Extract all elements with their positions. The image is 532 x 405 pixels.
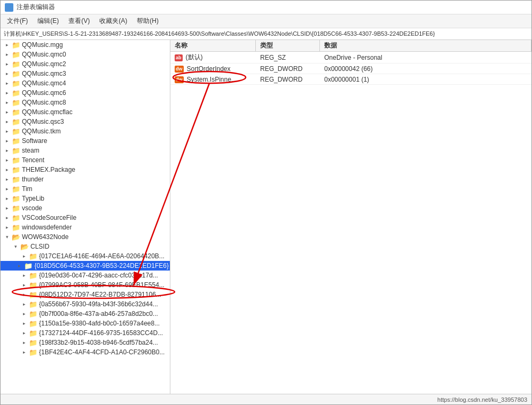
tree-item-clsid9[interactable]: ▸📁{17327124-44DF-4166-9735-16583CC4D... [1, 328, 170, 338]
app-icon [5, 3, 13, 12]
expand-btn[interactable]: ▸ [21, 339, 27, 346]
tree-item-qqmusic-mgg[interactable]: ▸📁QQMusic.mgg [1, 40, 170, 50]
tree-item-qqmusic-qmc8[interactable]: ▸📁QQMusic.qmc8 [1, 98, 170, 107]
tree-item-clsid3[interactable]: ▸📁{019e0d36-0c47-4296-aacc-cfc031c17d... [1, 271, 170, 280]
col-header-type[interactable]: 类型 [256, 40, 320, 51]
tree-item-clsid11[interactable]: ▸📁{1BF42E4C-4AF4-4CFD-A1A0-CF2960B0... [1, 347, 170, 357]
expand-btn[interactable]: ▸ [4, 42, 10, 48]
expand-btn[interactable]: ▸ [4, 138, 10, 144]
tree-item-clsid5[interactable]: ▸📁{08D512D2-7D97-4E22-B7DB-82791106... [1, 290, 170, 299]
expand-btn[interactable]: ▸ [4, 176, 10, 182]
expand-btn[interactable]: ▸ [4, 224, 10, 231]
tree-item-windowsdefender[interactable]: ▸📁windowsdefender [1, 223, 170, 232]
folder-icon: 📁 [29, 300, 37, 308]
expand-btn[interactable]: ▸ [4, 90, 10, 96]
tree-item-qqmusic-tkm[interactable]: ▸📁QQMusic.tkm [1, 126, 170, 136]
expand-btn[interactable]: ▸ [4, 205, 10, 211]
expand-btn[interactable]: ▸ [4, 157, 10, 163]
expand-btn[interactable]: ▸ [4, 61, 10, 67]
expand-btn[interactable]: ▸ [4, 51, 10, 58]
tree-item-qqmusic-qmc6[interactable]: ▸📁QQMusic.qmc6 [1, 88, 170, 98]
tree-item-qqmusic-qmc2[interactable]: ▸📁QQMusic.qmc2 [1, 59, 170, 69]
table-row[interactable]: dwSortOrderIndexREG_DWORD0x00000042 (66) [170, 63, 531, 74]
tree-item-qqmusic-qmc3[interactable]: ▸📁QQMusic.qmc3 [1, 69, 170, 78]
expand-btn[interactable]: ▸ [21, 330, 27, 336]
cell-name: dwSystem.IsPinne... [170, 74, 256, 84]
tree-item-label: QQMusic.qmc8 [22, 99, 66, 106]
expand-btn[interactable]: ▸ [4, 215, 10, 221]
tree-pane[interactable]: ▸📁QQMusic.mgg▸📁QQMusic.qmc0▸📁QQMusic.qmc… [1, 40, 170, 394]
folder-icon: 📁 [12, 69, 20, 78]
expand-btn[interactable]: ▾ [4, 234, 10, 240]
menu-help[interactable]: 帮助(H) [132, 15, 163, 27]
tree-item-tencent[interactable]: ▸📁Tencent [1, 155, 170, 165]
tree-item-qqmusic-qsc3[interactable]: ▸📁QQMusic.qsc3 [1, 117, 170, 126]
menu-file[interactable]: 文件(F) [3, 15, 32, 27]
tree-item-label: Software [22, 137, 47, 145]
tree-item-label: CLSID [30, 243, 49, 250]
expand-btn[interactable]: ▸ [21, 253, 27, 259]
expand-btn[interactable]: ▸ [21, 301, 27, 307]
expand-btn[interactable]: ▸ [21, 311, 27, 317]
tree-item-label: QQMusic.qmc2 [22, 60, 66, 68]
tree-item-steam[interactable]: ▸📁steam [1, 146, 170, 155]
expand-btn[interactable]: ▸ [4, 186, 10, 192]
tree-item-vscodesource[interactable]: ▸📁VSCodeSourceFile [1, 213, 170, 223]
expand-btn[interactable]: ▸ [4, 166, 10, 173]
expand-btn[interactable]: ▸ [4, 118, 10, 125]
expand-btn[interactable]: ▸ [21, 349, 27, 355]
table-row[interactable]: ab(默认)REG_SZOneDrive - Personal [170, 52, 531, 63]
tree-item-qqmusic-qmc0[interactable]: ▸📁QQMusic.qmc0 [1, 50, 170, 59]
tree-item-vscode[interactable]: ▸📁vscode [1, 203, 170, 213]
expand-btn[interactable]: ▸ [4, 195, 10, 202]
tree-item-clsid[interactable]: ▾📂CLSID [1, 242, 170, 251]
tree-item-clsid4[interactable]: ▸📁{07999AC3-058B-40BF-984F-69EB1E554... [1, 280, 170, 290]
col-header-name[interactable]: 名称 [170, 40, 256, 51]
expand-btn[interactable]: ▸ [4, 99, 10, 106]
tree-item-clsid10[interactable]: ▸📁{198f33b2-9b15-4038-b946-5cdf57ba24... [1, 338, 170, 347]
expand-btn[interactable]: ▸ [21, 320, 27, 327]
reg-type-icon: dw [175, 75, 185, 83]
tree-item-software[interactable]: ▸📁Software [1, 136, 170, 146]
tree-item-clsid8[interactable]: ▸📁{1150a15e-9380-4afd-b0c0-16597a4ee8... [1, 319, 170, 328]
tree-item-clsid2-selected[interactable]: ▸📁{018D5C66-4533-4307-9B53-224DE2ED1FE6} [1, 261, 170, 271]
tree-item-thunder[interactable]: ▸📁thunder [1, 174, 170, 184]
expand-btn[interactable]: ▸ [4, 80, 10, 86]
folder-icon: 📁 [12, 60, 20, 68]
expand-btn[interactable]: ▸ [21, 272, 27, 279]
folder-icon: 📁 [29, 348, 37, 356]
expand-btn[interactable]: ▸ [16, 263, 22, 269]
tree-item-wow6432node[interactable]: ▾📂WOW6432Node [1, 232, 170, 242]
expand-btn[interactable]: ▾ [12, 243, 19, 250]
tree-item-label: {018D5C66-4533-4307-9B53-224DE2ED1FE6} [34, 262, 169, 269]
expand-btn[interactable]: ▸ [4, 109, 10, 115]
reg-name: SortOrderIndex [187, 65, 231, 73]
tree-item-themex[interactable]: ▸📁THEMEX.Package [1, 165, 170, 174]
menu-edit[interactable]: 编辑(E) [33, 15, 63, 27]
tree-item-label: QQMusic.tkm [22, 128, 61, 135]
folder-icon: 📁 [29, 252, 37, 260]
tree-item-clsid6[interactable]: ▸📁{0a556b67-5930-49fa-b43f-36b6c32d44... [1, 299, 170, 309]
cell-type: REG_DWORD [256, 75, 320, 84]
folder-icon: 📁 [12, 185, 20, 193]
status-right: https://blog.csdn.net/ku_33957803 [437, 396, 527, 403]
expand-btn[interactable]: ▸ [21, 282, 27, 288]
expand-btn[interactable]: ▸ [4, 147, 10, 154]
tree-item-qqmusic-qmcflac[interactable]: ▸📁QQMusic.qmcflac [1, 107, 170, 117]
expand-btn[interactable]: ▸ [4, 70, 10, 77]
address-bar: 计算机\HKEY_USERS\S-1-5-21-2313689487-19324… [1, 28, 531, 40]
tree-item-tim[interactable]: ▸📁Tim [1, 184, 170, 194]
reg-type-icon: dw [175, 65, 185, 73]
tree-item-label: QQMusic.qmcflac [22, 108, 73, 116]
folder-icon: 📁 [12, 194, 20, 203]
tree-item-clsid7[interactable]: ▸📁{0b7f000a-8f6e-437a-ab46-257a8d2bc0... [1, 309, 170, 319]
tree-item-typelib[interactable]: ▸📁TypeLib [1, 194, 170, 203]
col-header-data[interactable]: 数据 [320, 40, 531, 51]
menu-favorites[interactable]: 收藏夹(A) [95, 15, 131, 27]
tree-item-clsid1[interactable]: ▸📁{017CE1A6-416E-4694-AE6A-02064420B... [1, 251, 170, 261]
tree-item-qqmusic-qmc4[interactable]: ▸📁QQMusic.qmc4 [1, 78, 170, 88]
table-row[interactable]: dwSystem.IsPinne...REG_DWORD0x00000001 (… [170, 74, 531, 85]
expand-btn[interactable]: ▸ [4, 128, 10, 134]
menu-view[interactable]: 查看(V) [64, 15, 94, 27]
expand-btn[interactable]: ▸ [21, 291, 27, 298]
